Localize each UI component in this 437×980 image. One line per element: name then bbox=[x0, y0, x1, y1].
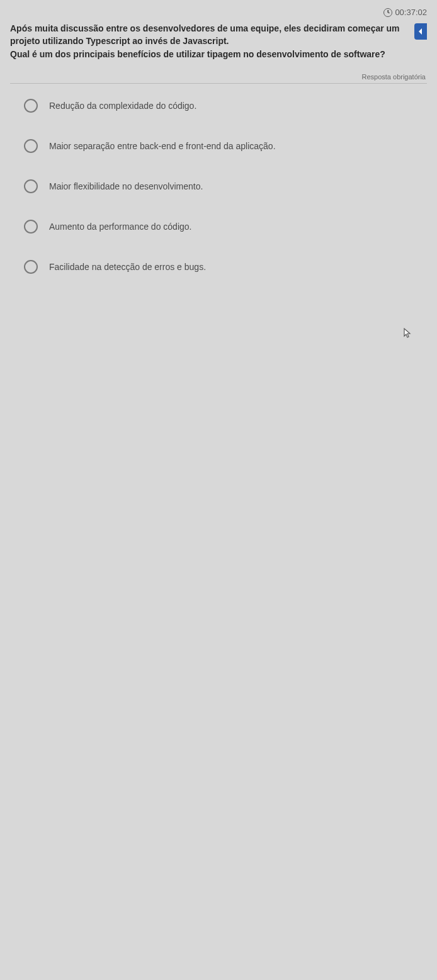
options-group: Redução da complexidade do código. Maior… bbox=[10, 99, 427, 274]
radio-icon bbox=[24, 220, 38, 234]
option-2[interactable]: Maior separação entre back-end e front-e… bbox=[24, 139, 427, 153]
divider bbox=[10, 83, 427, 84]
option-label: Aumento da performance do código. bbox=[49, 222, 191, 232]
option-5[interactable]: Facilidade na detecção de erros e bugs. bbox=[24, 260, 427, 274]
timer-value: 00:37:02 bbox=[395, 8, 427, 17]
timer-row: 00:37:02 bbox=[10, 8, 427, 17]
option-3[interactable]: Maior flexibilidade no desenvolvimento. bbox=[24, 179, 427, 193]
option-4[interactable]: Aumento da performance do código. bbox=[24, 220, 427, 234]
chevron-left-icon bbox=[417, 28, 424, 35]
option-label: Maior separação entre back-end e front-e… bbox=[49, 141, 276, 151]
cursor-icon bbox=[403, 327, 412, 341]
question-header: Após muita discussão entre os desenvolve… bbox=[10, 22, 427, 60]
clock-icon bbox=[383, 8, 392, 17]
option-label: Facilidade na detecção de erros e bugs. bbox=[49, 262, 206, 272]
option-label: Maior flexibilidade no desenvolvimento. bbox=[49, 181, 203, 191]
radio-icon bbox=[24, 179, 38, 193]
question-line2: Qual é um dos principais benefícios de u… bbox=[10, 49, 385, 59]
nav-next-button[interactable] bbox=[414, 23, 427, 40]
required-label: Resposta obrigatória bbox=[10, 73, 427, 81]
radio-icon bbox=[24, 260, 38, 274]
radio-icon bbox=[24, 99, 38, 113]
option-label: Redução da complexidade do código. bbox=[49, 101, 196, 111]
question-line1: Após muita discussão entre os desenvolve… bbox=[10, 23, 400, 46]
option-1[interactable]: Redução da complexidade do código. bbox=[24, 99, 427, 113]
question-text: Após muita discussão entre os desenvolve… bbox=[10, 22, 407, 60]
radio-icon bbox=[24, 139, 38, 153]
